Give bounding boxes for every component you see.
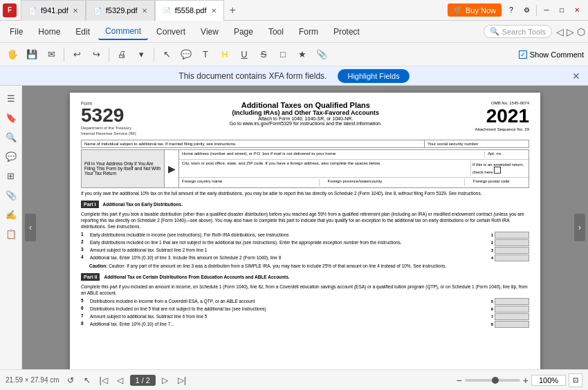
last-page-btn[interactable]: ▷| [175, 373, 189, 387]
tab-pdf-icon-2: 📄 [93, 7, 102, 15]
settings-button[interactable]: ⚙ [521, 5, 532, 16]
line-box-5[interactable] [495, 298, 529, 305]
next-page-btn[interactable]: ▷ [158, 373, 172, 387]
line-box-1[interactable] [495, 232, 529, 239]
shape-tool[interactable]: □ [275, 46, 291, 63]
attachment-btn[interactable]: 📎 [3, 187, 19, 203]
external-button[interactable]: ⬡ [577, 26, 585, 37]
menu-convert[interactable]: Convert [149, 24, 192, 39]
nav-panel-btn[interactable]: ☰ [3, 90, 19, 106]
print-btn[interactable]: 🖨 [113, 46, 130, 63]
menu-page[interactable]: Page [227, 24, 260, 39]
fit-page-btn[interactable]: ⊡ [569, 373, 582, 387]
buy-now-button[interactable]: 🛒 Buy Now [448, 3, 502, 17]
tab-close-2[interactable]: ✕ [142, 7, 147, 15]
redo-btn[interactable]: ↪ [88, 46, 104, 63]
comment-panel-btn[interactable]: 💬 [3, 148, 19, 165]
line-item-1: 1 Early distributions includible in inco… [81, 232, 529, 239]
page-nav-right[interactable]: › [574, 214, 585, 241]
home-address-row: Home address (number and street), or P.O… [179, 150, 529, 160]
zoom-slider[interactable] [465, 379, 520, 382]
menu-form[interactable]: Form [292, 24, 325, 39]
select-tool[interactable]: ↖ [158, 46, 175, 63]
line-item-7: 7 Amount subject to additional tax. Subt… [81, 313, 529, 320]
help-button[interactable]: ? [506, 5, 517, 16]
line-box-7[interactable] [495, 313, 529, 320]
back-button[interactable]: ◁ [556, 26, 564, 37]
menu-protect[interactable]: Protect [327, 24, 367, 39]
zoom-out-btn[interactable]: − [457, 375, 462, 386]
part2-label: Part II [81, 273, 100, 281]
email-btn[interactable]: ✉ [43, 46, 59, 63]
menu-home[interactable]: Home [31, 24, 67, 39]
comment-tool[interactable]: 💬 [178, 46, 194, 63]
tab-close-1[interactable]: ✕ [73, 7, 78, 15]
first-page-btn[interactable]: |◁ [97, 373, 111, 387]
tab-f941[interactable]: 📄 f941.pdf ✕ [21, 0, 86, 21]
line-item-5: 5 Distributions included in income from … [81, 298, 529, 305]
text-tool[interactable]: T [197, 46, 214, 63]
forward-button[interactable]: ▷ [567, 26, 574, 37]
menu-view[interactable]: View [194, 24, 226, 39]
window-controls-menu: ◁ ▷ ⬡ [556, 26, 585, 37]
part1-label: Part I [81, 201, 99, 208]
rotate-btn[interactable]: ↺ [64, 373, 77, 387]
menu-tool[interactable]: Tool [261, 24, 291, 39]
line-box-8[interactable] [495, 321, 529, 328]
title-bar-left: F 📄 f941.pdf ✕ 📄 f5329.pdf ✕ 📄 f5558.pdf… [3, 0, 448, 21]
search-icon: 🔍 [490, 27, 499, 36]
zoom-in-btn[interactable]: + [523, 375, 529, 386]
highlight-tool[interactable]: H [217, 46, 233, 63]
line-box-2[interactable] [495, 239, 529, 246]
form-header: Form 5329 Department of the Treasury Int… [81, 101, 529, 137]
tab-filename-3: f5558.pdf [175, 6, 207, 15]
line-box-3[interactable] [495, 247, 529, 254]
tab-f5329[interactable]: 📄 f5329.pdf ✕ [86, 0, 155, 21]
menu-comment[interactable]: Comment [98, 24, 148, 40]
print-dropdown[interactable]: ▾ [133, 46, 149, 63]
save-btn[interactable]: 💾 [24, 46, 40, 63]
xfa-close-button[interactable]: ✕ [570, 70, 582, 82]
page-nav-left[interactable]: ‹ [25, 214, 36, 241]
line-desc-5: Distributions included in income from a … [90, 298, 489, 304]
home-address-label: Home address (number and street), or P.O… [182, 151, 479, 158]
maximize-button[interactable]: □ [556, 5, 567, 16]
city-label: City, town or post office, state, and ZI… [182, 161, 465, 176]
highlight-fields-button[interactable]: Highlight Fields [338, 69, 409, 83]
strikethrough-tool[interactable]: S [255, 46, 272, 63]
close-button[interactable]: ✕ [571, 5, 582, 16]
tab-add-button[interactable]: + [224, 0, 241, 21]
menu-bar: File Home Edit Comment Convert View Page… [0, 21, 588, 43]
left-panel: ☰ 🔖 🔍 💬 ⊞ 📎 ✍ 📋 [0, 86, 22, 369]
search-tools-box[interactable]: 🔍 Search Tools [484, 25, 552, 38]
stamp-tool[interactable]: ★ [294, 46, 311, 63]
line-box-container-2: 2 [491, 239, 529, 246]
line-desc-8: Additional tax. Enter 10% (0.10) of line… [90, 321, 489, 327]
line-num-4: 4 [81, 254, 88, 259]
prev-page-btn[interactable]: ◁ [113, 373, 127, 387]
form-fields-btn[interactable]: 📋 [3, 225, 19, 242]
search-placeholder: Search Tools [502, 28, 546, 36]
menu-file[interactable]: File [3, 24, 30, 39]
cursor-mode-btn[interactable]: ↖ [80, 373, 94, 387]
tab-close-3[interactable]: ✕ [211, 7, 217, 15]
layers-btn[interactable]: ⊞ [3, 167, 19, 184]
line-box-4[interactable] [495, 254, 529, 261]
show-comment-checkbox[interactable] [519, 50, 527, 59]
amended-checkbox[interactable] [494, 167, 501, 174]
bookmark-btn[interactable]: 🔖 [3, 109, 19, 126]
show-comment-container: Show Comment [519, 50, 584, 59]
menu-edit[interactable]: Edit [68, 24, 97, 39]
tab-pdf-icon: 📄 [28, 7, 37, 15]
zoom-percent-input[interactable]: 100% [531, 375, 566, 386]
tab-f5558[interactable]: 📄 f5558.pdf ✕ [155, 0, 224, 21]
underline-tool[interactable]: U [236, 46, 252, 63]
signature-btn[interactable]: ✍ [3, 206, 19, 223]
line-box-6[interactable] [495, 306, 529, 313]
attach-tool[interactable]: 📎 [313, 46, 330, 63]
undo-btn[interactable]: ↩ [68, 46, 85, 63]
warning-text: If you only owe the additional 10% tax o… [81, 190, 529, 196]
hand-tool-btn[interactable]: 🖐 [4, 46, 21, 63]
search-btn[interactable]: 🔍 [3, 129, 19, 145]
minimize-button[interactable]: ─ [541, 5, 552, 16]
